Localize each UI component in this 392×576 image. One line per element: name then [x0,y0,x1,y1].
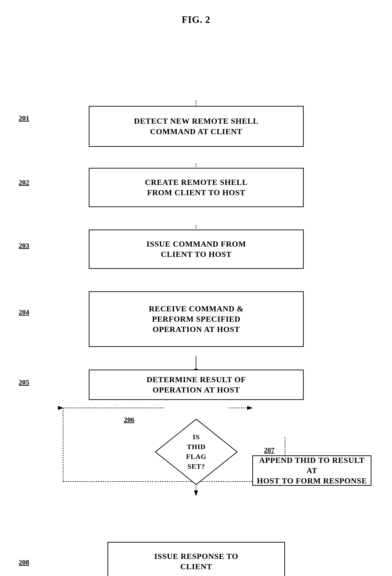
ref-label-208: 208 [19,558,29,566]
box-208: ISSUE RESPONSE TOCLIENT [107,542,285,576]
box-207: APPEND THID TO RESULT ATHOST TO FORM RES… [252,455,371,486]
ref-label-207: 207 [264,446,274,454]
ref-label-203: 203 [19,241,29,249]
diamond-206: ISTHIDFLAGSET? [154,418,238,486]
ref-label-205: 205 [19,378,29,386]
ref-label-204: 204 [19,308,29,316]
ref-label-206: 206 [124,416,134,424]
box-203: ISSUE COMMAND FROMCLIENT TO HOST [89,230,304,269]
box-201: DETECT NEW REMOTE SHELLCOMMAND AT CLIENT [89,106,304,147]
ref-label-202: 202 [19,178,29,186]
page-title: FIG. 2 [0,14,392,25]
box-204: RECEIVE COMMAND &PERFORM SPECIFIEDOPERAT… [89,291,304,347]
box-202: CREATE REMOTE SHELLFROM CLIENT TO HOST [89,168,304,207]
diamond-206-label: ISTHIDFLAGSET? [154,432,238,471]
ref-label-201: 201 [19,114,29,122]
box-205: DETERMINE RESULT OFOPERATION AT HOST [89,370,304,400]
